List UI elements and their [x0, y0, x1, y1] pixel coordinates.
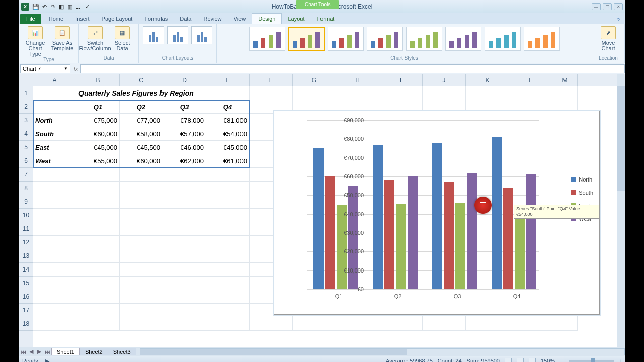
cell[interactable]: €75,000: [76, 114, 120, 127]
row-header[interactable]: 10: [19, 209, 33, 222]
tab-nav-first[interactable]: ⏮: [19, 349, 27, 355]
row-header[interactable]: 6: [19, 154, 33, 168]
column-header[interactable]: A: [33, 74, 76, 86]
cell[interactable]: [423, 317, 466, 331]
sheet-tab[interactable]: Sheet1: [51, 348, 80, 355]
cell[interactable]: [76, 209, 120, 222]
tab-design[interactable]: Design: [252, 13, 282, 24]
cell[interactable]: [33, 182, 76, 195]
zoom-in-button[interactable]: +: [619, 358, 622, 362]
cell[interactable]: [336, 317, 379, 331]
cell[interactable]: Q2: [120, 100, 163, 114]
worksheet-grid[interactable]: Quarterly Sales Figures by RegionQ1Q2Q3Q…: [33, 86, 617, 347]
legend-item[interactable]: North: [571, 176, 593, 183]
cell[interactable]: [120, 277, 163, 290]
qat-icon[interactable]: ▥: [66, 3, 73, 10]
tab-nav-last[interactable]: ⏭: [43, 349, 51, 355]
chart-style-option[interactable]: [524, 27, 560, 51]
cell[interactable]: [293, 317, 336, 331]
column-header[interactable]: K: [466, 74, 509, 86]
cell[interactable]: [163, 222, 206, 236]
tab-home[interactable]: Home: [43, 14, 69, 24]
formula-input[interactable]: [80, 64, 625, 73]
move-chart-button[interactable]: ⬈Move Chart: [595, 25, 621, 51]
cell[interactable]: [466, 86, 509, 100]
cell[interactable]: West: [33, 154, 76, 168]
chart-bar[interactable]: [492, 137, 502, 289]
cell[interactable]: €61,000: [206, 154, 250, 168]
tab-insert[interactable]: Insert: [69, 14, 96, 24]
cell[interactable]: €81,000: [206, 114, 250, 127]
row-header[interactable]: 11: [19, 222, 33, 236]
cell[interactable]: [33, 263, 76, 277]
cell[interactable]: €77,000: [120, 114, 163, 127]
cell[interactable]: [120, 182, 163, 195]
cell[interactable]: [76, 277, 120, 290]
cell[interactable]: [163, 277, 206, 290]
cell[interactable]: East: [33, 141, 76, 154]
cell[interactable]: [552, 86, 578, 100]
row-header[interactable]: 7: [19, 168, 33, 182]
row-header[interactable]: 15: [19, 277, 33, 290]
cell[interactable]: [206, 290, 250, 304]
cell[interactable]: [466, 317, 509, 331]
row-header[interactable]: 18: [19, 317, 33, 331]
cell[interactable]: [163, 317, 206, 331]
tab-view[interactable]: View: [228, 14, 252, 24]
cell[interactable]: €60,000: [76, 127, 120, 141]
chart-bar[interactable]: [325, 176, 335, 289]
row-header[interactable]: 2: [19, 100, 33, 114]
help-icon[interactable]: ?: [615, 17, 622, 24]
cell[interactable]: [206, 236, 250, 249]
column-header[interactable]: J: [423, 74, 466, 86]
cell[interactable]: [423, 86, 466, 100]
cell[interactable]: [76, 304, 120, 317]
tab-nav-prev[interactable]: ◀: [27, 348, 35, 355]
cell[interactable]: [76, 168, 120, 182]
cell[interactable]: [120, 317, 163, 331]
select-data-button[interactable]: ▦Select Data: [109, 25, 135, 51]
cell[interactable]: €62,000: [163, 154, 206, 168]
cell[interactable]: [76, 222, 120, 236]
column-header[interactable]: E: [206, 74, 250, 86]
cell[interactable]: [120, 209, 163, 222]
minimize-button[interactable]: —: [592, 3, 601, 10]
vertical-scrollbar[interactable]: [617, 86, 625, 347]
tab-formulas[interactable]: Formulas: [138, 14, 174, 24]
cell[interactable]: [33, 317, 76, 331]
tab-data[interactable]: Data: [174, 14, 197, 24]
cell[interactable]: [33, 100, 76, 114]
chart-style-option[interactable]: [367, 27, 403, 51]
tab-format[interactable]: Format: [310, 14, 340, 24]
column-header[interactable]: G: [293, 74, 336, 86]
view-pagebreak-button[interactable]: [529, 358, 536, 362]
cell[interactable]: [163, 304, 206, 317]
switch-row-column-button[interactable]: ⇄Switch Row/Column: [82, 25, 108, 51]
sheet-tab[interactable]: Sheet2: [79, 348, 108, 355]
row-header[interactable]: 3: [19, 114, 33, 127]
close-button[interactable]: ✕: [614, 3, 623, 10]
cell[interactable]: €60,000: [120, 154, 163, 168]
tab-nav-next[interactable]: ▶: [35, 348, 43, 355]
cell[interactable]: [33, 168, 76, 182]
cell[interactable]: [120, 263, 163, 277]
cell[interactable]: [509, 86, 552, 100]
chart-bar[interactable]: [432, 143, 442, 289]
zoom-slider[interactable]: [569, 360, 614, 362]
cell[interactable]: [33, 236, 76, 249]
cell[interactable]: [163, 182, 206, 195]
cell[interactable]: [206, 263, 250, 277]
select-all-corner[interactable]: [19, 74, 33, 86]
cell[interactable]: [120, 249, 163, 263]
cell[interactable]: €78,000: [163, 114, 206, 127]
row-header[interactable]: 5: [19, 141, 33, 154]
cell[interactable]: €45,500: [120, 141, 163, 154]
cell[interactable]: [379, 86, 423, 100]
chart-style-option[interactable]: [288, 27, 325, 51]
cell[interactable]: [76, 263, 120, 277]
cell[interactable]: [552, 317, 578, 331]
cell[interactable]: [163, 263, 206, 277]
cell[interactable]: [33, 249, 76, 263]
cell[interactable]: [379, 317, 423, 331]
chart-style-option[interactable]: [485, 27, 521, 51]
